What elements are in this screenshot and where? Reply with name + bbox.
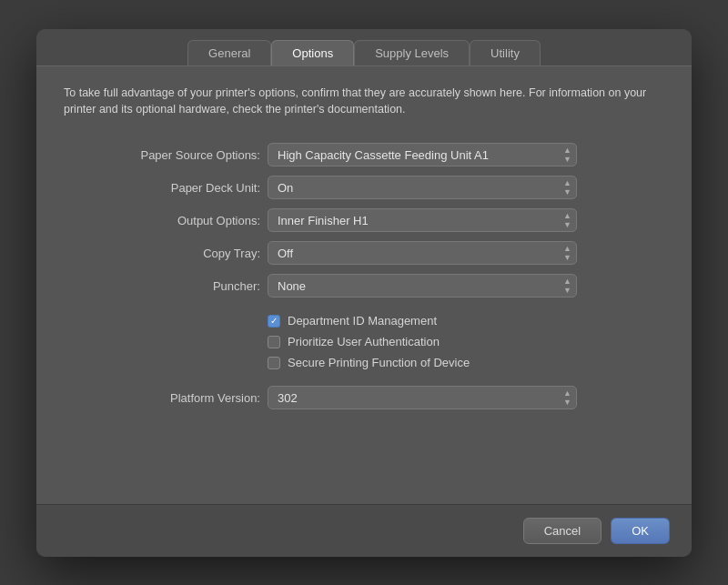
puncher-select[interactable]: None [268, 274, 577, 298]
paper-deck-select-wrapper: On ▲ ▼ [268, 176, 577, 199]
tab-utility[interactable]: Utility [470, 40, 541, 66]
paper-deck-select[interactable]: On [268, 176, 577, 199]
paper-source-select[interactable]: High Capacity Cassette Feeding Unit A1 [268, 143, 577, 166]
platform-version-select-wrapper: 302 ▲ ▼ [268, 386, 577, 409]
tab-general[interactable]: General [187, 40, 271, 66]
secure-print-checkbox[interactable] [268, 357, 280, 369]
printer-options-dialog: General Options Supply Levels Utility To… [36, 29, 692, 557]
ok-button[interactable]: OK [611, 518, 670, 544]
tab-bar: General Options Supply Levels Utility [36, 29, 692, 66]
secure-print-label[interactable]: Secure Printing Function of Device [288, 356, 470, 369]
copy-tray-select[interactable]: Off [268, 241, 577, 265]
paper-source-label: Paper Source Options: [140, 148, 260, 162]
paper-deck-row: Paper Deck Unit: On ▲ ▼ [64, 171, 664, 204]
platform-version-label: Platform Version: [170, 391, 260, 405]
platform-version-row: Platform Version: 302 ▲ ▼ [64, 381, 664, 414]
tab-supply-levels[interactable]: Supply Levels [354, 40, 470, 66]
puncher-label: Puncher: [213, 279, 260, 293]
button-bar: Cancel OK [36, 504, 692, 557]
output-options-label: Output Options: [177, 214, 260, 227]
copy-tray-label: Copy Tray: [203, 247, 260, 260]
cancel-button[interactable]: Cancel [523, 518, 602, 544]
checkboxes-row: Department ID Management Prioritize User… [64, 302, 664, 381]
platform-version-select[interactable]: 302 [268, 386, 577, 409]
user-auth-row: Prioritize User Authentication [268, 331, 661, 352]
user-auth-checkbox[interactable] [268, 336, 280, 348]
output-options-row: Output Options: Inner Finisher H1 ▲ ▼ [64, 204, 664, 237]
output-options-select[interactable]: Inner Finisher H1 [268, 208, 577, 232]
options-content: To take full advantage of your printer's… [36, 66, 692, 504]
description-text: To take full advantage of your printer's… [64, 85, 664, 119]
puncher-row: Puncher: None ▲ ▼ [64, 269, 664, 302]
paper-deck-label: Paper Deck Unit: [171, 181, 260, 195]
paper-source-row: Paper Source Options: High Capacity Cass… [64, 138, 664, 171]
copy-tray-row: Copy Tray: Off ▲ ▼ [64, 237, 664, 269]
dept-id-label[interactable]: Department ID Management [288, 314, 437, 328]
options-form: Paper Source Options: High Capacity Cass… [64, 138, 664, 414]
dept-id-checkbox[interactable] [268, 315, 280, 328]
checkboxes-section: Department ID Management Prioritize User… [268, 307, 661, 377]
puncher-select-wrapper: None ▲ ▼ [268, 274, 577, 298]
user-auth-label[interactable]: Prioritize User Authentication [288, 335, 440, 348]
paper-source-select-wrapper: High Capacity Cassette Feeding Unit A1 ▲… [268, 143, 577, 166]
copy-tray-select-wrapper: Off ▲ ▼ [268, 241, 577, 265]
secure-print-row: Secure Printing Function of Device [268, 352, 661, 373]
dept-id-row: Department ID Management [268, 310, 661, 331]
tab-options[interactable]: Options [271, 40, 354, 66]
output-options-select-wrapper: Inner Finisher H1 ▲ ▼ [268, 208, 577, 232]
